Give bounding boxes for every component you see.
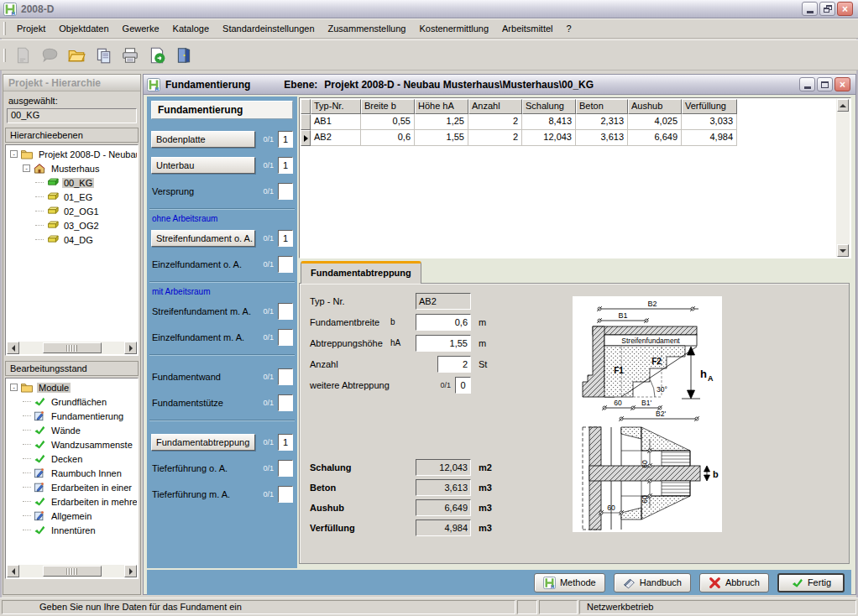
- handbuch-button[interactable]: Handbuch: [614, 573, 691, 593]
- hierarchy-tree-hscrollbar[interactable]: [7, 342, 137, 354]
- tree-item-02-og1[interactable]: 02_OG1: [7, 204, 137, 218]
- scroll-up-icon[interactable]: [837, 99, 849, 112]
- menu-item-standardeinstellungen[interactable]: Standardeinstellungen: [216, 21, 321, 36]
- table-cell[interactable]: 2: [468, 130, 522, 146]
- module-item-innent-ren[interactable]: Innentüren: [7, 523, 137, 537]
- toolbar-exit-icon[interactable]: [171, 43, 196, 68]
- sidebar-button-streifenfundament-o-a[interactable]: Streifenfundament o. A.: [151, 230, 255, 247]
- table-cell[interactable]: 1,25: [415, 114, 468, 130]
- table-row-ab2[interactable]: AB20,61,55212,0433,6136,6494,984: [301, 130, 836, 146]
- column-header-schalung[interactable]: Schalung: [522, 99, 576, 114]
- column-header-h-he-ha[interactable]: Höhe hA: [415, 99, 468, 114]
- toolbar-export-icon[interactable]: [144, 43, 170, 68]
- sidebar-button-bodenplatte[interactable]: Bodenplatte: [151, 131, 255, 148]
- count-box[interactable]: [278, 394, 293, 411]
- weitere-abtreppung-input[interactable]: [455, 377, 471, 394]
- module-item-wandzusammenste[interactable]: Wandzusammenste: [7, 437, 137, 452]
- scroll-down-icon[interactable]: [837, 244, 849, 257]
- count-box[interactable]: 1: [278, 434, 293, 451]
- module-item-decken[interactable]: Decken: [7, 452, 137, 466]
- toolbar-copy-icon[interactable]: [91, 43, 116, 68]
- menu-item-arbeitsmittel[interactable]: Arbeitsmittel: [495, 21, 560, 36]
- scroll-right-icon[interactable]: [124, 565, 137, 577]
- sidebar-label-tieferf-hrung-m-a[interactable]: Tieferführung m. A.: [151, 487, 255, 502]
- count-box[interactable]: [278, 460, 293, 477]
- sidebar-label-einzelfundament-m-a[interactable]: Einzelfundament m. A.: [151, 330, 255, 345]
- sidebar-label-fundamentst-tze[interactable]: Fundamentstütze: [151, 395, 255, 410]
- scroll-thumb[interactable]: [43, 342, 102, 353]
- collapse-icon[interactable]: -: [23, 164, 30, 172]
- tree-item-00-kg[interactable]: 00_KG: [7, 175, 137, 190]
- sidebar-label-fundamentwand[interactable]: Fundamentwand: [151, 369, 255, 384]
- table-cell[interactable]: 2: [468, 114, 522, 130]
- tree-item-module[interactable]: -Module: [7, 380, 137, 394]
- close-button[interactable]: ×: [837, 2, 853, 16]
- menu-item-objektdaten[interactable]: Objektdaten: [52, 21, 115, 36]
- menu-item-projekt[interactable]: Projekt: [10, 21, 52, 36]
- table-cell[interactable]: 3,033: [682, 114, 737, 130]
- menubar-grip[interactable]: [3, 22, 6, 35]
- column-header-verf-llung[interactable]: Verfüllung: [682, 99, 737, 114]
- table-cell[interactable]: 3,613: [576, 130, 628, 146]
- table-vscrollbar[interactable]: [836, 99, 850, 257]
- column-header-beton[interactable]: Beton: [576, 99, 628, 114]
- methode-button[interactable]: HMethode: [534, 573, 605, 593]
- table-cell[interactable]: 0,6: [361, 130, 415, 146]
- table-cell[interactable]: 12,043: [522, 130, 576, 146]
- fundamentbreite-input[interactable]: [416, 314, 471, 331]
- fertig-button[interactable]: Fertig: [777, 573, 845, 593]
- toolbar-new-document-icon[interactable]: [10, 43, 35, 68]
- count-box[interactable]: 1: [278, 157, 293, 174]
- menu-item-zusammenstellung[interactable]: Zusammenstellung: [322, 21, 413, 36]
- count-box[interactable]: 1: [278, 131, 293, 148]
- tab-fundamentabtreppung[interactable]: Fundamentabtreppung: [301, 261, 421, 284]
- module-item-raumbuch-innen[interactable]: Raumbuch Innen: [7, 466, 137, 480]
- scroll-left-icon[interactable]: [7, 565, 19, 577]
- toolbar-print-icon[interactable]: [118, 43, 143, 68]
- row-selector[interactable]: [301, 114, 311, 130]
- toolbar-grip[interactable]: [3, 49, 6, 62]
- column-header-typ-nr[interactable]: Typ-Nr.: [311, 99, 361, 114]
- module-item-erdarbeiten-in-mehre[interactable]: Erdarbeiten in mehre: [7, 494, 137, 509]
- anzahl-input[interactable]: [437, 356, 471, 373]
- table-cell[interactable]: 8,413: [522, 114, 576, 130]
- sidebar-label-tieferf-hrung-o-a[interactable]: Tieferführung o. A.: [151, 461, 255, 476]
- module-item-allgemein[interactable]: Allgemein: [7, 509, 137, 523]
- sidebar-label-einzelfundament-o-a[interactable]: Einzelfundament o. A.: [151, 257, 255, 272]
- table-cell[interactable]: 4,025: [628, 114, 682, 130]
- table-cell[interactable]: 1,55: [415, 130, 468, 146]
- dialog-maximize-button[interactable]: [817, 77, 833, 91]
- menu-item-kostenermittlung[interactable]: Kostenermittlung: [412, 21, 495, 36]
- tree-item-04-dg[interactable]: 04_DG: [7, 232, 137, 247]
- dialog-minimize-button[interactable]: [799, 77, 815, 91]
- sidebar-label-versprung[interactable]: Versprung: [151, 184, 255, 199]
- table-cell[interactable]: 4,984: [682, 130, 737, 146]
- menu-item-help[interactable]: ?: [560, 21, 578, 36]
- collapse-icon[interactable]: -: [10, 384, 18, 391]
- module-item-erdarbeiten-in-einer[interactable]: Erdarbeiten in einer: [7, 480, 137, 494]
- scroll-right-icon[interactable]: [124, 342, 137, 354]
- minimize-button[interactable]: [802, 2, 818, 16]
- sidebar-button-fundamentabtreppung[interactable]: Fundamentabtreppung: [151, 434, 255, 451]
- count-box[interactable]: 1: [278, 230, 293, 247]
- column-header-anzahl[interactable]: Anzahl: [468, 99, 522, 114]
- tree-item-musterhaus[interactable]: -Musterhaus: [7, 161, 137, 175]
- scroll-thumb[interactable]: [43, 566, 102, 577]
- column-header-breite-b[interactable]: Breite b: [361, 99, 415, 114]
- tree-item-03-og2[interactable]: 03_OG2: [7, 218, 137, 232]
- module-item-w-nde[interactable]: Wände: [7, 423, 137, 437]
- sidebar-button-unterbau[interactable]: Unterbau: [151, 157, 255, 174]
- abtreppungsh-he-input[interactable]: [416, 335, 471, 352]
- table-cell[interactable]: 0,55: [361, 114, 415, 130]
- menu-item-gewerke[interactable]: Gewerke: [116, 21, 166, 36]
- count-box[interactable]: [278, 303, 293, 320]
- count-box[interactable]: [278, 256, 293, 273]
- table-row-ab1[interactable]: AB10,551,2528,4132,3134,0253,033: [301, 114, 836, 130]
- modules-tree-hscrollbar[interactable]: [7, 565, 137, 577]
- toolbar-save-icon[interactable]: [37, 43, 62, 68]
- table-cell[interactable]: AB2: [311, 130, 361, 146]
- toolbar-open-folder-icon[interactable]: [64, 43, 89, 68]
- module-item-grundfl-chen[interactable]: Grundflächen: [7, 394, 137, 409]
- count-box[interactable]: [278, 368, 293, 385]
- count-box[interactable]: [278, 329, 293, 346]
